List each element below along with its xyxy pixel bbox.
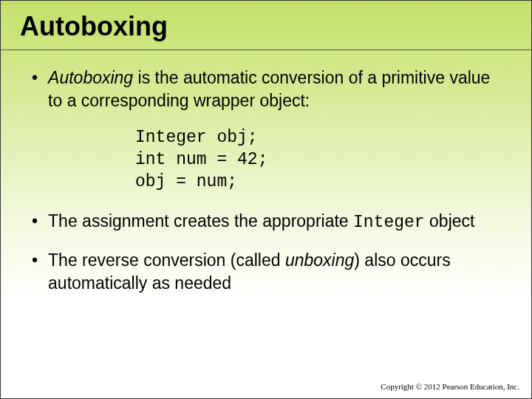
bullet-item-1: • Autoboxing is the automatic conversion…: [32, 66, 506, 112]
bullet3-pre: The reverse conversion (called: [48, 250, 285, 270]
bullet2-post: object: [425, 211, 475, 231]
bullet-item-3: • The reverse conversion (called unboxin…: [32, 249, 506, 295]
bullet-text-2: The assignment creates the appropriate I…: [48, 210, 506, 234]
bullet-marker: •: [32, 249, 38, 295]
slide-content: • Autoboxing is the automatic conversion…: [1, 50, 531, 295]
slide-title: Autoboxing: [1, 1, 531, 42]
bullet2-pre: The assignment creates the appropriate: [48, 211, 353, 231]
bullet-item-2: • The assignment creates the appropriate…: [32, 210, 506, 234]
bullet-text-1: Autoboxing is the automatic conversion o…: [48, 66, 506, 112]
term-unboxing: unboxing: [285, 250, 354, 270]
bullet-text-3: The reverse conversion (called unboxing)…: [48, 249, 506, 295]
bullet-marker: •: [32, 210, 38, 234]
code-block: Integer obj; int num = 42; obj = num;: [135, 127, 506, 194]
term-autoboxing: Autoboxing: [48, 68, 133, 87]
copyright-notice: Copyright © 2012 Pearson Education, Inc.: [381, 382, 519, 391]
bullet2-mono: Integer: [353, 213, 425, 232]
bullet-marker: •: [32, 66, 38, 112]
